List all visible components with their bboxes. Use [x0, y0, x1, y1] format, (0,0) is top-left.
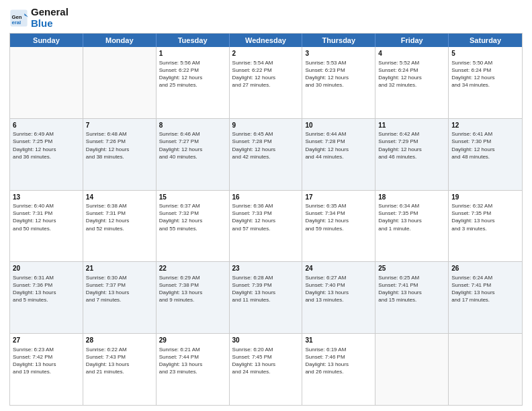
- day-cell-28: 28Sunrise: 6:22 AM Sunset: 7:43 PM Dayli…: [83, 334, 157, 405]
- day-number: 22: [159, 264, 226, 273]
- day-number: 10: [305, 121, 372, 130]
- calendar-row-1: 1Sunrise: 5:56 AM Sunset: 6:22 PM Daylig…: [10, 47, 522, 118]
- day-cell-31: 31Sunrise: 6:19 AM Sunset: 7:46 PM Dayli…: [302, 334, 375, 405]
- empty-cell: [375, 334, 449, 405]
- day-number: 6: [13, 121, 80, 130]
- header-day-tuesday: Tuesday: [157, 34, 230, 47]
- day-detail: Sunrise: 6:36 AM Sunset: 7:33 PM Dayligh…: [232, 202, 300, 232]
- page: Gen eral General Blue SundayMondayTuesda…: [0, 0, 532, 411]
- day-cell-13: 13Sunrise: 6:40 AM Sunset: 7:31 PM Dayli…: [10, 191, 83, 262]
- day-detail: Sunrise: 5:54 AM Sunset: 6:22 PM Dayligh…: [232, 59, 300, 89]
- day-detail: Sunrise: 6:23 AM Sunset: 7:42 PM Dayligh…: [13, 346, 80, 376]
- day-number: 21: [86, 264, 153, 273]
- calendar-row-4: 20Sunrise: 6:31 AM Sunset: 7:36 PM Dayli…: [10, 261, 522, 333]
- day-detail: Sunrise: 5:56 AM Sunset: 6:22 PM Dayligh…: [159, 59, 226, 89]
- day-number: 18: [378, 193, 445, 202]
- day-detail: Sunrise: 6:41 AM Sunset: 7:30 PM Dayligh…: [451, 130, 519, 161]
- logo: Gen eral General Blue: [9, 7, 69, 29]
- day-detail: Sunrise: 6:19 AM Sunset: 7:46 PM Dayligh…: [305, 346, 372, 376]
- day-detail: Sunrise: 6:31 AM Sunset: 7:36 PM Dayligh…: [13, 274, 80, 304]
- day-number: 29: [159, 336, 226, 345]
- day-cell-17: 17Sunrise: 6:35 AM Sunset: 7:34 PM Dayli…: [302, 191, 375, 262]
- day-cell-27: 27Sunrise: 6:23 AM Sunset: 7:42 PM Dayli…: [10, 334, 83, 405]
- day-cell-21: 21Sunrise: 6:30 AM Sunset: 7:37 PM Dayli…: [83, 262, 157, 333]
- day-detail: Sunrise: 6:27 AM Sunset: 7:40 PM Dayligh…: [305, 274, 372, 304]
- day-detail: Sunrise: 6:30 AM Sunset: 7:37 PM Dayligh…: [86, 274, 153, 304]
- day-cell-25: 25Sunrise: 6:25 AM Sunset: 7:41 PM Dayli…: [375, 262, 449, 333]
- day-detail: Sunrise: 6:29 AM Sunset: 7:38 PM Dayligh…: [159, 274, 226, 304]
- day-cell-29: 29Sunrise: 6:21 AM Sunset: 7:44 PM Dayli…: [157, 334, 230, 405]
- day-number: 2: [232, 49, 300, 58]
- day-cell-8: 8Sunrise: 6:46 AM Sunset: 7:27 PM Daylig…: [157, 119, 230, 190]
- day-cell-24: 24Sunrise: 6:27 AM Sunset: 7:40 PM Dayli…: [302, 262, 375, 333]
- day-detail: Sunrise: 6:48 AM Sunset: 7:26 PM Dayligh…: [86, 130, 153, 161]
- day-detail: Sunrise: 6:49 AM Sunset: 7:25 PM Dayligh…: [13, 130, 80, 161]
- header-day-saturday: Saturday: [449, 34, 522, 47]
- day-cell-1: 1Sunrise: 5:56 AM Sunset: 6:22 PM Daylig…: [157, 47, 230, 118]
- day-number: 13: [13, 193, 80, 202]
- header-day-sunday: Sunday: [10, 34, 83, 47]
- calendar-row-5: 27Sunrise: 6:23 AM Sunset: 7:42 PM Dayli…: [10, 333, 522, 405]
- day-detail: Sunrise: 6:37 AM Sunset: 7:32 PM Dayligh…: [159, 202, 226, 232]
- day-number: 20: [13, 264, 80, 273]
- day-detail: Sunrise: 5:53 AM Sunset: 6:23 PM Dayligh…: [305, 59, 372, 89]
- logo-text: General Blue: [31, 7, 69, 29]
- day-detail: Sunrise: 6:20 AM Sunset: 7:45 PM Dayligh…: [232, 346, 300, 376]
- empty-cell: [83, 47, 157, 118]
- day-detail: Sunrise: 6:44 AM Sunset: 7:28 PM Dayligh…: [305, 130, 372, 161]
- empty-cell: [10, 47, 83, 118]
- day-cell-5: 5Sunrise: 5:50 AM Sunset: 6:24 PM Daylig…: [449, 47, 522, 118]
- day-number: 9: [232, 121, 300, 130]
- day-number: 15: [159, 193, 226, 202]
- day-detail: Sunrise: 6:34 AM Sunset: 7:35 PM Dayligh…: [378, 202, 445, 232]
- day-cell-19: 19Sunrise: 6:32 AM Sunset: 7:35 PM Dayli…: [449, 191, 522, 262]
- day-cell-11: 11Sunrise: 6:42 AM Sunset: 7:29 PM Dayli…: [375, 119, 449, 190]
- calendar-row-3: 13Sunrise: 6:40 AM Sunset: 7:31 PM Dayli…: [10, 190, 522, 262]
- day-detail: Sunrise: 6:42 AM Sunset: 7:29 PM Dayligh…: [378, 130, 445, 161]
- day-detail: Sunrise: 6:28 AM Sunset: 7:39 PM Dayligh…: [232, 274, 300, 304]
- day-detail: Sunrise: 6:22 AM Sunset: 7:43 PM Dayligh…: [86, 346, 153, 376]
- day-number: 14: [86, 193, 153, 202]
- day-detail: Sunrise: 6:32 AM Sunset: 7:35 PM Dayligh…: [451, 202, 519, 232]
- day-detail: Sunrise: 6:25 AM Sunset: 7:41 PM Dayligh…: [378, 274, 445, 304]
- day-number: 16: [232, 193, 300, 202]
- day-number: 25: [378, 264, 445, 273]
- svg-text:eral: eral: [12, 19, 21, 26]
- day-number: 31: [305, 336, 372, 345]
- day-number: 5: [451, 49, 519, 58]
- day-detail: Sunrise: 6:35 AM Sunset: 7:34 PM Dayligh…: [305, 202, 372, 232]
- day-cell-9: 9Sunrise: 6:45 AM Sunset: 7:28 PM Daylig…: [230, 119, 303, 190]
- day-number: 27: [13, 336, 80, 345]
- day-number: 11: [378, 121, 445, 130]
- day-detail: Sunrise: 6:46 AM Sunset: 7:27 PM Dayligh…: [159, 130, 226, 161]
- day-number: 1: [159, 49, 226, 58]
- day-cell-7: 7Sunrise: 6:48 AM Sunset: 7:26 PM Daylig…: [83, 119, 157, 190]
- day-cell-12: 12Sunrise: 6:41 AM Sunset: 7:30 PM Dayli…: [449, 119, 522, 190]
- day-number: 28: [86, 336, 153, 345]
- header: Gen eral General Blue: [9, 7, 523, 29]
- day-number: 12: [451, 121, 519, 130]
- day-number: 17: [305, 193, 372, 202]
- day-detail: Sunrise: 6:38 AM Sunset: 7:31 PM Dayligh…: [86, 202, 153, 232]
- day-cell-2: 2Sunrise: 5:54 AM Sunset: 6:22 PM Daylig…: [230, 47, 303, 118]
- day-number: 3: [305, 49, 372, 58]
- day-number: 26: [451, 264, 519, 273]
- day-cell-20: 20Sunrise: 6:31 AM Sunset: 7:36 PM Dayli…: [10, 262, 83, 333]
- day-number: 24: [305, 264, 372, 273]
- header-day-thursday: Thursday: [302, 34, 375, 47]
- day-detail: Sunrise: 6:24 AM Sunset: 7:41 PM Dayligh…: [451, 274, 519, 304]
- day-cell-3: 3Sunrise: 5:53 AM Sunset: 6:23 PM Daylig…: [302, 47, 375, 118]
- day-number: 19: [451, 193, 519, 202]
- header-day-wednesday: Wednesday: [230, 34, 303, 47]
- day-cell-16: 16Sunrise: 6:36 AM Sunset: 7:33 PM Dayli…: [230, 191, 303, 262]
- empty-cell: [449, 334, 522, 405]
- day-cell-26: 26Sunrise: 6:24 AM Sunset: 7:41 PM Dayli…: [449, 262, 522, 333]
- day-cell-30: 30Sunrise: 6:20 AM Sunset: 7:45 PM Dayli…: [230, 334, 303, 405]
- calendar-body: 1Sunrise: 5:56 AM Sunset: 6:22 PM Daylig…: [10, 47, 522, 405]
- header-day-friday: Friday: [375, 34, 449, 47]
- day-number: 30: [232, 336, 300, 345]
- day-detail: Sunrise: 6:45 AM Sunset: 7:28 PM Dayligh…: [232, 130, 300, 161]
- day-cell-22: 22Sunrise: 6:29 AM Sunset: 7:38 PM Dayli…: [157, 262, 230, 333]
- logo-icon: Gen eral: [9, 9, 28, 28]
- day-cell-23: 23Sunrise: 6:28 AM Sunset: 7:39 PM Dayli…: [230, 262, 303, 333]
